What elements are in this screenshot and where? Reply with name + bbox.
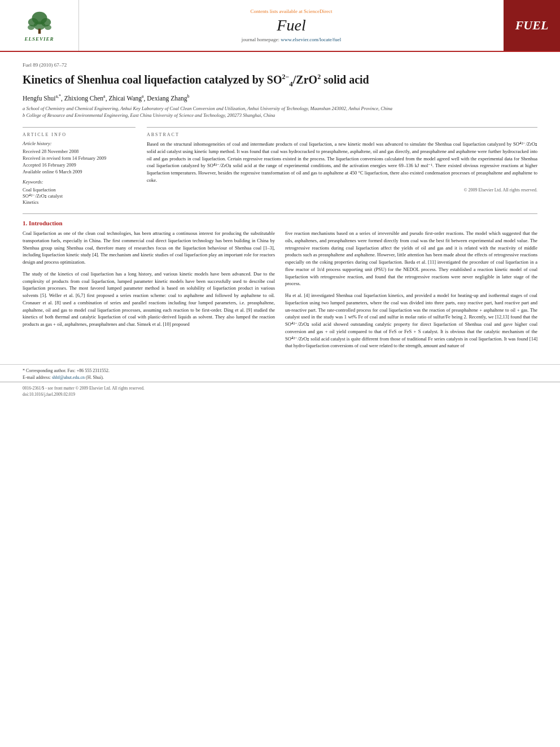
footnotes: * Corresponding author. Fax: +86 555 231… [0, 364, 560, 380]
author4-sup: b [187, 94, 190, 99]
citation: Fuel 89 (2010) 67–72 [23, 62, 537, 68]
homepage-url[interactable]: www.elsevier.com/locate/fuel [281, 37, 341, 42]
affil-a: a School of Chemistry and Chemical Engin… [23, 105, 537, 112]
journal-center: Contents lists available at ScienceDirec… [79, 0, 504, 51]
keyword-2: SO⁴²⁻/ZrO₂ catalyst [23, 193, 135, 199]
keywords-section: Keywords: Coal liquefaction SO⁴²⁻/ZrO₂ c… [23, 179, 135, 205]
contents-text: Contents lists available at [251, 8, 303, 14]
section-label: Introduction [29, 220, 63, 226]
email-label: E-mail address: [23, 375, 51, 380]
footer-issn: 0016-2361/$ - see front matter © 2009 El… [23, 386, 537, 391]
intro-para-2: The study of the kinetics of coal liquef… [23, 270, 275, 328]
author2-name: , Zhixiong Chen [61, 95, 103, 102]
title-text-1: Kinetics of Shenhua coal liquefaction ca… [23, 73, 282, 86]
article-info-title: ARTICLE INFO [23, 132, 135, 137]
email-note: (H. Shui). [86, 375, 104, 380]
article-history-title: Article history: [23, 141, 135, 146]
intro-col2-para-2: Hu et al. [4] investigated Shenhua coal … [285, 292, 537, 350]
fuel-logo-text: FUEL [515, 18, 549, 33]
paper-title: Kinetics of Shenhua coal liquefaction ca… [23, 72, 537, 89]
elsevier-logo: ELSEVIER [0, 0, 79, 51]
date-online: Available online 6 March 2009 [23, 169, 135, 174]
abstract-box: ABSTRACT Based on the structural inhomog… [147, 127, 537, 206]
title-text-3: solid acid [321, 73, 369, 86]
footer-doi: doi:10.1016/j.fuel.2009.02.019 [23, 392, 537, 397]
section-number: 1. [23, 220, 27, 226]
section-title-intro: 1. Introduction [23, 220, 537, 226]
affiliations: a School of Chemistry and Chemical Engin… [23, 105, 537, 120]
abstract-title: ABSTRACT [147, 132, 537, 137]
journal-name: Fuel [277, 16, 305, 34]
author1-sup: a,* [55, 94, 61, 99]
keywords-title: Keywords: [23, 179, 135, 185]
journal-homepage: journal homepage: www.elsevier.com/locat… [242, 37, 341, 42]
page-footer: 0016-2361/$ - see front matter © 2009 El… [0, 382, 560, 400]
body-col-right: five reaction mechanisms based on a seri… [285, 230, 537, 354]
date-received: Received 28 November 2008 [23, 148, 135, 154]
svg-point-5 [28, 25, 34, 30]
elsevier-tree-icon [23, 10, 56, 35]
svg-rect-4 [38, 28, 41, 33]
corresponding-note: * Corresponding author. Fax: +86 555 231… [23, 368, 537, 373]
article-info-abstract: ARTICLE INFO Article history: Received 2… [23, 127, 537, 206]
sciencedirect-line: Contents lists available at ScienceDirec… [251, 8, 333, 14]
divider [23, 213, 537, 214]
author1-name: Hengfu Shui [23, 95, 55, 102]
abstract-text: Based on the structural inhomogeneities … [147, 141, 537, 184]
page: ELSEVIER Contents lists available at Sci… [0, 0, 560, 747]
email-line: E-mail address: shhf@ahut.edu.cn (H. Shu… [23, 375, 537, 380]
author3-name: , Zhicai Wang [106, 95, 142, 102]
affil-b: b College of Resource and Environmental … [23, 112, 537, 119]
keyword-3: Kinetics [23, 199, 135, 205]
date-accepted: Accepted 16 February 2009 [23, 162, 135, 168]
body-two-col: Coal liquefaction as one of the clean co… [23, 230, 537, 354]
sciencedirect-link-text[interactable]: ScienceDirect [304, 8, 332, 14]
fuel-logo-box: FUEL [504, 0, 560, 51]
copyright-notice: © 2009 Elsevier Ltd. All rights reserved… [147, 187, 537, 193]
authors-line: Hengfu Shuia,*, Zhixiong Chena, Zhicai W… [23, 94, 537, 102]
intro-para-1: Coal liquefaction as one of the clean co… [23, 230, 275, 266]
body-col-left: Coal liquefaction as one of the clean co… [23, 230, 275, 354]
intro-col2-para-1: five reaction mechanisms based on a seri… [285, 230, 537, 287]
date-revised: Received in revised form 14 February 200… [23, 155, 135, 161]
article-info-box: ARTICLE INFO Article history: Received 2… [23, 127, 135, 206]
elsevier-text: ELSEVIER [24, 36, 54, 42]
title-text-2: /ZrO [293, 73, 317, 86]
title-super1: 2− [282, 73, 289, 81]
journal-header: ELSEVIER Contents lists available at Sci… [0, 0, 560, 52]
introduction-section: 1. Introduction Coal liquefaction as one… [23, 220, 537, 354]
homepage-label: journal homepage: [242, 37, 279, 42]
email-address[interactable]: shhf@ahut.edu.cn [52, 375, 85, 380]
author4-name: , Dexiang Zhang [144, 95, 187, 102]
keyword-1: Coal liquefaction [23, 187, 135, 193]
main-content: Fuel 89 (2010) 67–72 Kinetics of Shenhua… [0, 52, 560, 360]
svg-point-6 [45, 25, 51, 30]
